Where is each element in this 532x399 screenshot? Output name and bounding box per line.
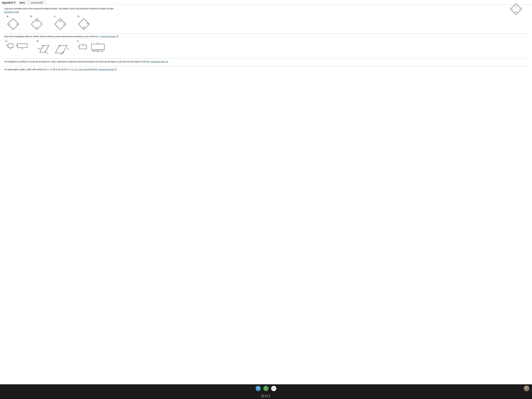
polygon-c-label: c. — [77, 40, 79, 42]
polygons-row: a. 2 6 4 x — [6, 40, 528, 56]
svg-text:4: 4 — [67, 48, 68, 50]
svg-rect-17 — [8, 44, 13, 48]
polygon-b-label: b. — [37, 40, 39, 42]
diamond-b-label: b. — [31, 15, 32, 17]
polygon-a-rect1: 2 6 — [6, 43, 14, 51]
svg-text:x+y: x+y — [515, 11, 517, 13]
dell-logo: Dell — [0, 393, 532, 399]
section4-homework-link[interactable]: Homework Help 🔗 — [99, 68, 117, 70]
main-content: Copy and complete each of the Diamond Pr… — [0, 5, 532, 384]
polygon-b-pair: x−5 3 4 6 — [37, 43, 69, 56]
section-diamond-problems: Copy and complete each of the Diamond Pr… — [4, 7, 528, 30]
polygon-a-pair: 2 6 4 x — [6, 43, 29, 51]
section3-text: The diagrams in problem 3-9 part (b) are… — [4, 60, 528, 63]
diamond-a-svg: 9 -9 — [7, 18, 19, 30]
svg-text:3: 3 — [47, 52, 48, 54]
diamond-a: a. 9 -9 — [7, 15, 19, 30]
diamond-d-label: d. — [78, 15, 79, 17]
diamond-d: d. 4/5 1/2 — [78, 15, 90, 30]
svg-text:9: 9 — [9, 23, 10, 25]
section-transformations: The diagrams in problem 3-9 part (b) are… — [4, 60, 528, 63]
diamond-c-label: c. — [54, 15, 56, 17]
drive-icon[interactable] — [263, 386, 269, 391]
polygon-a-label: a. — [6, 40, 7, 42]
svg-marker-23 — [40, 45, 49, 52]
svg-rect-33 — [79, 45, 87, 49]
polygon-problem-a: a. 2 6 4 x — [6, 40, 29, 51]
polygon-b-shape2: 4 6 — [54, 43, 69, 56]
svg-text:-9: -9 — [16, 23, 18, 25]
svg-text:perimeter = 60: perimeter = 60 — [92, 50, 103, 52]
user-avatar[interactable] — [524, 386, 530, 391]
svg-text:6: 6 — [10, 48, 11, 50]
diamond-b-svg: -36 0 — [31, 18, 43, 30]
svg-text:x: x — [22, 48, 23, 50]
taskbar — [0, 384, 532, 393]
svg-text:3: 3 — [78, 46, 79, 48]
section-similar-polygons: Each pair of polygons below is similar. … — [4, 35, 528, 56]
svg-text:4: 4 — [63, 23, 64, 25]
polygon-c-pair: x 3 21 perimeter = 60 — [77, 43, 105, 53]
svg-text:-20: -20 — [59, 20, 62, 22]
diamond-c: c. -20 4 — [54, 15, 66, 30]
section4-etool-link[interactable]: 3-11 HW eTool — [74, 68, 88, 70]
polygon-a-rect2: 4 x — [16, 43, 29, 51]
svg-text:2: 2 — [6, 44, 7, 46]
section1-instruction: Copy and complete each of the Diamond Pr… — [4, 7, 528, 10]
polygon-c-rect2: 21 perimeter = 60 — [90, 43, 105, 53]
section3-homework-link[interactable]: Homework Help 🔗 — [151, 60, 168, 63]
polygon-problem-b: b. x−5 3 — [37, 40, 69, 56]
app-title: egrated II — [2, 1, 17, 4]
diamond-c-svg: -20 4 — [54, 18, 66, 30]
polygon-c-rect1: x 3 — [77, 43, 89, 52]
svg-marker-42 — [264, 387, 268, 390]
header: egrated II (ENG) Lección (ESP) — [0, 0, 532, 5]
diamond-d-svg: 4/5 1/2 — [78, 18, 90, 30]
svg-text:-36: -36 — [35, 20, 38, 22]
svg-text:21: 21 — [97, 43, 99, 44]
svg-text:6: 6 — [61, 53, 62, 55]
svg-rect-36 — [91, 44, 104, 50]
diamond-a-label: a. — [7, 15, 9, 17]
svg-text:x: x — [82, 43, 83, 45]
svg-text:y: y — [519, 8, 520, 10]
ref-diamond-wrap: xy x y x+y — [510, 3, 522, 16]
svg-text:4/5: 4/5 — [86, 23, 89, 25]
svg-text:x−5: x−5 — [38, 48, 40, 50]
svg-rect-20 — [17, 44, 27, 48]
svg-marker-28 — [55, 45, 67, 53]
polygon-b-shape1: x−5 3 — [37, 43, 52, 56]
tab-esp[interactable]: Lección (ESP) — [28, 1, 45, 4]
chrome-icon[interactable] — [256, 386, 261, 391]
section-graph: On graph paper, graph △ABC with vertices… — [4, 68, 528, 71]
gmail-icon[interactable] — [271, 386, 276, 391]
svg-text:x: x — [512, 8, 513, 10]
svg-text:0: 0 — [36, 26, 37, 28]
tab-eng[interactable]: (ENG) — [17, 1, 28, 4]
ref-diamond-svg: xy x y x+y — [510, 3, 522, 15]
diamonds-row: a. 9 -9 b. -36 0 — [7, 15, 528, 30]
svg-text:xy: xy — [515, 5, 517, 7]
section4-text: On graph paper, graph △ABC with vertices… — [4, 68, 528, 71]
svg-text:4: 4 — [16, 44, 17, 46]
svg-text:1/2: 1/2 — [83, 26, 85, 28]
diamond-b: b. -36 0 — [31, 15, 43, 30]
section2-homework-link[interactable]: Homework Help 🔗 — [101, 35, 119, 38]
polygon-problem-c: c. x 3 21 p — [77, 40, 105, 53]
section2-instruction: Each pair of polygons below is similar. … — [4, 35, 528, 38]
section1-homework-link[interactable]: Homework Help — [4, 11, 19, 13]
